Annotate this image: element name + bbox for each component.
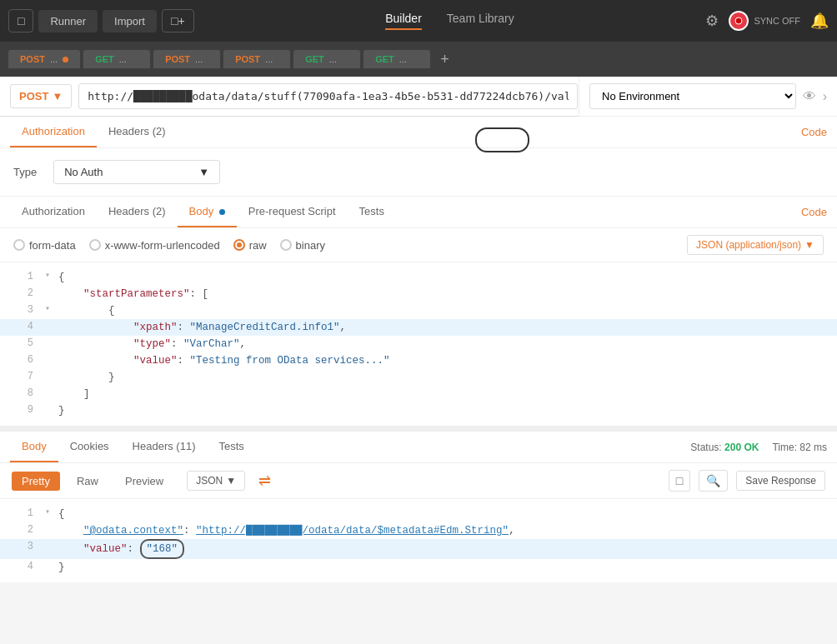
sync-dot: [729, 11, 749, 31]
resp-meta: Status: 200 OK Time: 82 ms: [690, 442, 827, 453]
search-button[interactable]: 🔍: [699, 470, 728, 492]
url-encoded-option[interactable]: x-www-form-urlencoded: [89, 239, 220, 252]
auth-type-label: Type: [13, 166, 37, 178]
pretty-button[interactable]: Pretty: [12, 472, 60, 491]
method-chevron: ▼: [52, 90, 63, 102]
preview-button[interactable]: Preview: [115, 472, 173, 491]
tab-2[interactable]: GET ...: [83, 50, 150, 68]
code-line-5: 5 "type": "VarChar",: [0, 336, 837, 352]
import-button[interactable]: Import: [103, 10, 157, 32]
form-data-option[interactable]: form-data: [13, 239, 76, 252]
team-library-tab[interactable]: Team Library: [447, 12, 514, 30]
resp-status-value: 200 OK: [724, 442, 759, 453]
auth-type-select[interactable]: No Auth ▼: [53, 160, 220, 184]
tab-5[interactable]: GET ...: [293, 50, 360, 68]
json-type-chevron: ▼: [804, 239, 814, 251]
body-options-row: form-data x-www-form-urlencoded raw bina…: [0, 228, 837, 262]
resp-tab-body[interactable]: Body: [10, 432, 58, 462]
binary-radio[interactable]: [280, 239, 292, 251]
resp-code-line-3: 3 "value": "168": [0, 539, 837, 559]
json-select-chevron: ▼: [226, 475, 236, 487]
tab-6[interactable]: GET ...: [363, 50, 430, 68]
top-nav: □ Runner Import □+ Builder Team Library …: [0, 0, 837, 42]
code-line-9: 9 }: [0, 402, 837, 419]
resp-status-label: Status: 200 OK: [690, 442, 759, 453]
code-line-8: 8 ]: [0, 386, 837, 402]
response-section: Body Cookies Headers (11) Tests Status: …: [0, 427, 837, 582]
req-tab-authorization[interactable]: Authorization: [10, 117, 97, 147]
code-line-1: 1 ▾ {: [0, 269, 837, 286]
code-line-7: 7 }: [0, 369, 837, 386]
more-icon[interactable]: ›: [823, 89, 827, 104]
resp-code-line-2: 2 "@odata.context": "http://█████████/od…: [0, 522, 837, 539]
env-bar: No Environment 👁 ›: [579, 77, 837, 117]
runner-button[interactable]: Runner: [38, 10, 98, 32]
req-tabs-row: Authorization Headers (2) Code: [0, 117, 837, 148]
tabs-bar: POST ... GET ... POST ... POST ... GET .…: [0, 42, 837, 77]
sync-label: SYNC OFF: [754, 16, 800, 26]
code-line-3: 3 ▾ {: [0, 302, 837, 319]
nav-center: Builder Team Library: [199, 12, 701, 30]
resp-tabs-row: Body Cookies Headers (11) Tests Status: …: [0, 432, 837, 463]
resp-code-line-1: 1 ▾ {: [0, 506, 837, 522]
main-content: POST ▼ Params Send ▼ Save ▼ Authorizatio…: [0, 77, 837, 644]
builder-tab[interactable]: Builder: [385, 12, 422, 30]
notification-icon[interactable]: 🔔: [810, 12, 829, 30]
auth-type-row: Type No Auth ▼: [0, 148, 837, 197]
raw-button[interactable]: Raw: [67, 472, 108, 491]
url-input[interactable]: [78, 83, 578, 109]
body-tab-headers[interactable]: Headers (2): [97, 197, 178, 227]
binary-option[interactable]: binary: [280, 239, 325, 252]
method-select[interactable]: POST ▼: [10, 84, 72, 108]
body-tab-authorization[interactable]: Authorization: [10, 197, 97, 227]
code-line-2: 2 "startParameters": [: [0, 286, 837, 302]
save-response-button[interactable]: Save Response: [736, 471, 825, 491]
resp-body-options: Pretty Raw Preview JSON ▼ ⇌ □ 🔍 Save Res…: [0, 463, 837, 499]
tab-1[interactable]: POST ...: [8, 50, 80, 68]
req-tab-headers[interactable]: Headers (2): [97, 117, 178, 147]
settings-icon[interactable]: ⚙: [705, 12, 719, 30]
body-tab-prerequest[interactable]: Pre-request Script: [237, 197, 348, 227]
url-encoded-radio[interactable]: [89, 239, 101, 251]
resp-tab-headers[interactable]: Headers (11): [121, 432, 208, 462]
auth-type-value: No Auth: [64, 166, 103, 178]
code-editor[interactable]: 1 ▾ { 2 "startParameters": [ 3 ▾ { 4 "xp…: [0, 262, 837, 427]
filter-icon[interactable]: ⇌: [258, 472, 271, 490]
raw-option[interactable]: raw: [233, 239, 267, 252]
code-link-body[interactable]: Code: [801, 206, 827, 218]
add-tab-button[interactable]: +: [434, 51, 456, 68]
json-type-label: JSON (application/json): [696, 239, 801, 251]
resp-tab-tests[interactable]: Tests: [207, 432, 255, 462]
code-line-6: 6 "value": "Testing from OData services.…: [0, 352, 837, 369]
sync-button[interactable]: SYNC OFF: [729, 11, 800, 31]
json-select-label: JSON: [196, 475, 223, 487]
resp-time-value: 82 ms: [799, 442, 827, 453]
raw-radio[interactable]: [233, 239, 245, 251]
sidebar-toggle-button[interactable]: □: [8, 9, 33, 32]
method-label: POST: [19, 90, 48, 102]
env-select[interactable]: No Environment: [589, 83, 796, 109]
tab-dot-1: [63, 57, 68, 62]
json-select-button[interactable]: JSON ▼: [187, 471, 245, 491]
resp-tab-cookies[interactable]: Cookies: [58, 432, 121, 462]
json-type-button[interactable]: JSON (application/json) ▼: [687, 235, 824, 255]
body-tab-tests[interactable]: Tests: [348, 197, 396, 227]
resp-icons: □ 🔍 Save Response: [669, 470, 825, 492]
resp-time-label: Time: 82 ms: [772, 442, 827, 453]
svg-point-0: [735, 17, 742, 24]
code-line-4: 4 "xpath": "ManageCreditCard.info1",: [0, 319, 837, 336]
eye-icon[interactable]: 👁: [803, 89, 816, 104]
main-layout: POST ▼ Params Send ▼ Save ▼ Authorizatio…: [0, 77, 837, 644]
new-tab-button[interactable]: □+: [162, 9, 194, 32]
resp-code-line-4: 4 }: [0, 559, 837, 576]
code-link-top[interactable]: Code: [801, 126, 827, 138]
body-tabs-row: Authorization Headers (2) Body Pre-reque…: [0, 197, 837, 228]
body-tab-body[interactable]: Body: [178, 197, 237, 227]
copy-button[interactable]: □: [669, 470, 690, 492]
tab-4[interactable]: POST ...: [223, 50, 290, 68]
form-data-radio[interactable]: [13, 239, 25, 251]
tab-3[interactable]: POST ...: [153, 50, 220, 68]
auth-type-chevron: ▼: [198, 166, 209, 178]
resp-code-editor: 1 ▾ { 2 "@odata.context": "http://██████…: [0, 499, 837, 582]
nav-right: ⚙ SYNC OFF 🔔: [705, 11, 829, 31]
